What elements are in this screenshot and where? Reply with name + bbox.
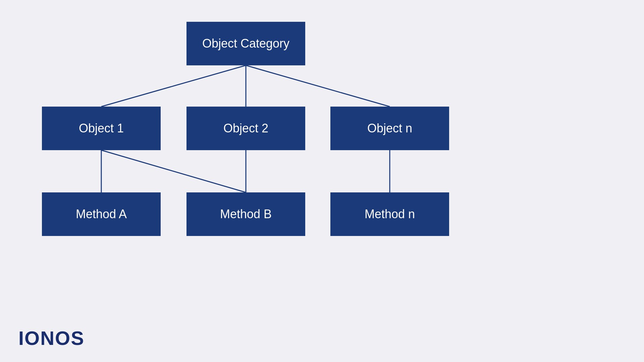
node-method-a: Method A — [42, 192, 161, 236]
logo-container: IONOS — [18, 327, 85, 349]
svg-line-2 — [246, 65, 390, 107]
connector-lines — [0, 0, 644, 302]
node-object-1: Object 1 — [42, 107, 161, 150]
svg-line-4 — [101, 150, 246, 192]
node-object-2: Object 2 — [186, 107, 305, 150]
node-object-2-label: Object 2 — [223, 121, 268, 135]
node-object-category-label: Object Category — [202, 37, 289, 51]
node-object-category: Object Category — [186, 22, 305, 65]
node-method-a-label: Method A — [76, 207, 127, 221]
node-object-1-label: Object 1 — [79, 121, 124, 135]
svg-line-0 — [101, 65, 246, 107]
diagram-container: Object Category Object 1 Object 2 Object… — [0, 0, 644, 302]
node-method-b: Method B — [186, 192, 305, 236]
ionos-logo: IONOS — [18, 327, 85, 349]
node-method-n-label: Method n — [365, 207, 415, 221]
node-method-b-label: Method B — [220, 207, 272, 221]
node-method-n: Method n — [330, 192, 449, 236]
node-object-n: Object n — [330, 107, 449, 150]
node-object-n-label: Object n — [367, 121, 412, 135]
